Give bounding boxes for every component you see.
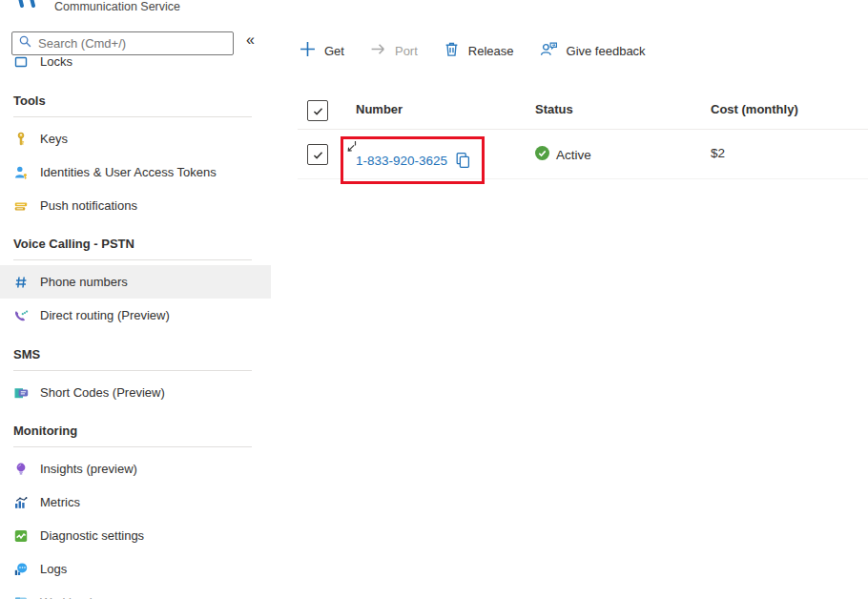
sidebar-item-label: Insights (preview) — [40, 462, 137, 476]
key-icon — [13, 132, 29, 147]
section-title: SMS — [0, 345, 271, 364]
sidebar-section-monitoring: Monitoring Insights (preview) Metrics — [0, 422, 271, 599]
sidebar-item-phone-numbers[interactable]: Phone numbers — [0, 265, 271, 299]
communication-service-logo-icon — [16, 0, 41, 11]
identities-user-icon — [13, 165, 29, 180]
insights-lightbulb-icon — [13, 462, 29, 477]
lock-icon — [13, 53, 29, 69]
arrow-right-icon — [370, 41, 386, 60]
sidebar-item-label: Metrics — [40, 495, 80, 509]
sidebar-section-tools: Tools Keys Identities & User Access Toke… — [0, 92, 271, 222]
sidebar-section-sms: SMS Short Codes (Preview) — [0, 345, 271, 409]
release-button-label: Release — [468, 44, 514, 58]
cost-cell: $2 — [711, 146, 725, 160]
sidebar: Communication Service « Locks Tools — [0, 0, 271, 599]
section-title: Voice Calling - PSTN — [0, 235, 271, 254]
select-all-checkbox[interactable] — [307, 100, 328, 121]
divider — [13, 259, 252, 260]
divider — [13, 446, 252, 447]
row-checkbox[interactable] — [307, 144, 328, 165]
sidebar-item-workbooks[interactable]: Workbooks — [0, 586, 271, 599]
table-row: 1-833-920-3625 Active $2 — [298, 130, 868, 179]
table-header-row: Number Status Cost (monthly) — [298, 94, 868, 130]
sidebar-item-logs[interactable]: Logs — [0, 552, 271, 586]
sidebar-item-diagnostic-settings[interactable]: Diagnostic settings — [0, 519, 271, 552]
divider — [13, 116, 252, 117]
sidebar-item-metrics[interactable]: Metrics — [0, 485, 271, 519]
sidebar-item-identities[interactable]: Identities & User Access Tokens — [0, 155, 271, 189]
sidebar-item-label: Push notifications — [40, 198, 137, 213]
sidebar-item-label: Keys — [40, 132, 68, 146]
sidebar-item-direct-routing[interactable]: Direct routing (Preview) — [0, 299, 271, 332]
sidebar-item-label: Phone numbers — [40, 275, 128, 289]
azure-communication-service-page: Communication Service « Locks Tools — [0, 0, 868, 599]
sidebar-item-label: Identities & User Access Tokens — [40, 165, 217, 179]
logs-icon — [13, 562, 29, 577]
status-cell: Active — [535, 146, 591, 163]
page-title: Communication Service — [54, 0, 180, 13]
collapse-sidebar-icon[interactable]: « — [246, 31, 255, 49]
release-button[interactable]: Release — [444, 41, 514, 60]
direct-routing-phone-icon — [13, 308, 29, 323]
column-header-status[interactable]: Status — [535, 102, 573, 116]
phone-numbers-hash-icon — [13, 275, 29, 290]
sidebar-item-label: Short Codes (Preview) — [40, 385, 165, 400]
column-header-number[interactable]: Number — [356, 102, 403, 116]
diagnostic-settings-icon — [13, 528, 29, 544]
phone-number-link[interactable]: 1-833-920-3625 — [356, 154, 447, 168]
metrics-chart-icon — [13, 495, 29, 510]
get-button-label: Get — [324, 44, 344, 58]
section-title: Tools — [0, 92, 271, 111]
divider — [13, 370, 252, 371]
active-status-icon — [535, 146, 549, 163]
give-feedback-button-label: Give feedback — [567, 44, 646, 58]
click-cursor-annotation-icon — [345, 141, 359, 158]
command-bar: Get Port Release Give feedback — [300, 38, 646, 63]
highlight-annotation-box: 1-833-920-3625 — [341, 136, 485, 184]
port-button[interactable]: Port — [370, 41, 418, 60]
workbooks-icon — [13, 595, 29, 599]
sidebar-item-locks[interactable]: Locks — [0, 49, 271, 73]
status-badge: Active — [556, 148, 591, 162]
sidebar-item-keys[interactable]: Keys — [0, 122, 271, 155]
sidebar-item-insights[interactable]: Insights (preview) — [0, 452, 271, 485]
sidebar-item-label: Direct routing (Preview) — [40, 308, 170, 322]
sidebar-section-voice-calling: Voice Calling - PSTN Phone numbers Direc… — [0, 235, 271, 332]
push-notifications-icon — [13, 198, 29, 214]
copy-icon[interactable] — [454, 152, 470, 169]
port-button-label: Port — [395, 44, 418, 58]
feedback-icon — [540, 41, 558, 60]
short-codes-icon — [13, 385, 29, 401]
sidebar-item-label: Logs — [40, 562, 67, 576]
trash-icon — [444, 41, 460, 60]
get-button[interactable]: Get — [300, 41, 344, 60]
column-header-cost[interactable]: Cost (monthly) — [711, 102, 798, 116]
section-title: Monitoring — [0, 422, 271, 441]
sidebar-item-push-notifications[interactable]: Push notifications — [0, 189, 271, 222]
sidebar-item-short-codes[interactable]: Short Codes (Preview) — [0, 376, 271, 409]
sidebar-item-label: Workbooks — [40, 595, 102, 599]
sidebar-item-label: Diagnostic settings — [40, 528, 144, 543]
give-feedback-button[interactable]: Give feedback — [540, 41, 646, 60]
plus-icon — [300, 41, 316, 60]
sidebar-item-label: Locks — [40, 54, 72, 69]
